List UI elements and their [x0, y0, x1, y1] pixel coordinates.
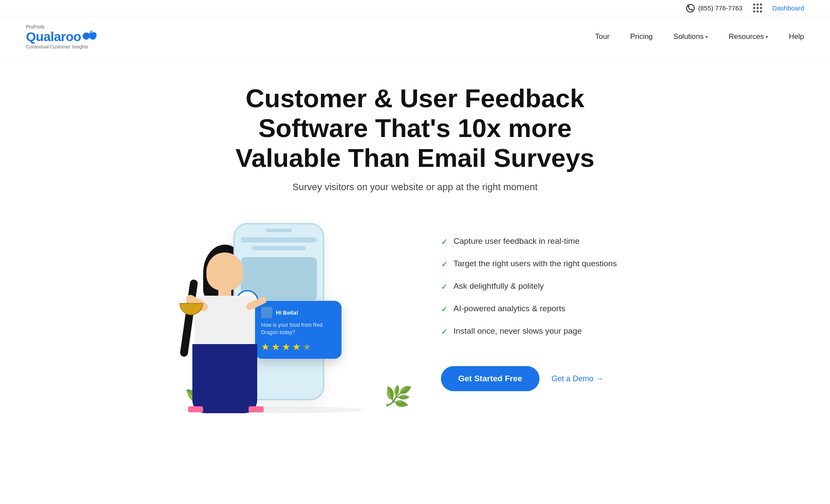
logo-qualaroo: Qualaroo: [26, 29, 97, 44]
feature-text-2: Target the right users with the right qu…: [453, 259, 617, 268]
check-icon-3: ✓: [441, 282, 447, 292]
check-icon-5: ✓: [441, 327, 447, 337]
feature-text-5: Install once, never slows your page: [453, 326, 582, 336]
check-icon-4: ✓: [441, 305, 447, 314]
top-bar: 📞 (855) 776-7763 Dashboard: [0, 0, 830, 16]
header: ProProfs Qualaroo Contextual Customer In…: [0, 16, 830, 57]
feature-text-3: Ask delightfully & politely: [453, 281, 544, 291]
mockup-area: Hi Bella! How is your food from Red Drag…: [138, 214, 415, 413]
get-demo-button[interactable]: Get a Demo →: [552, 374, 603, 383]
feature-text-1: Capture user feedback in real-time: [453, 236, 579, 246]
survey-greeting: Hi Bella!: [276, 309, 298, 316]
phone-number: (855) 776-7763: [698, 4, 743, 12]
star-5: ★: [303, 341, 311, 353]
nav-help[interactable]: Help: [789, 32, 804, 41]
feature-3: ✓ Ask delightfully & politely: [441, 281, 692, 292]
star-4: ★: [292, 341, 301, 353]
logo-name: Qualaroo: [26, 29, 81, 44]
feature-4: ✓ AI-powered analytics & reports: [441, 304, 692, 314]
check-icon-1: ✓: [441, 237, 447, 247]
feature-2: ✓ Target the right users with the right …: [441, 259, 692, 269]
dashboard-link[interactable]: Dashboard: [773, 4, 804, 12]
nav-tour[interactable]: Tour: [595, 32, 610, 41]
main-nav: Tour Pricing Solutions ▾ Resources ▾ Hel…: [595, 32, 804, 41]
leaf-right-icon: 🌿: [382, 382, 412, 411]
feature-text-4: AI-powered analytics & reports: [453, 304, 565, 313]
nav-pricing[interactable]: Pricing: [630, 32, 653, 41]
cta-row: Get Started Free Get a Demo →: [441, 366, 692, 391]
feature-1: ✓ Capture user feedback in real-time: [441, 236, 692, 247]
nav-solutions[interactable]: Solutions ▾: [674, 32, 708, 41]
survey-avatar: [261, 307, 272, 318]
hero-section: Customer & User Feedback Software That's…: [112, 57, 718, 413]
apps-grid-icon[interactable]: [753, 3, 762, 13]
phone-line-1: [241, 237, 317, 242]
star-3: ★: [282, 341, 290, 353]
qualaroo-bird-icon: [82, 31, 97, 43]
hero-content: Hi Bella! How is your food from Red Drag…: [138, 214, 692, 413]
check-icon-2: ✓: [441, 260, 447, 269]
logo-tagline: Contextual Customer Insights: [26, 44, 97, 49]
nav-resources[interactable]: Resources ▾: [729, 32, 768, 41]
solutions-chevron-icon: ▾: [706, 34, 708, 40]
logo-proprofs: ProProfs: [26, 24, 97, 29]
survey-stars: ★ ★ ★ ★ ★: [261, 341, 335, 353]
phone-notch: [266, 229, 292, 232]
feature-5: ✓ Install once, never slows your page: [441, 326, 692, 337]
survey-popup-header: Hi Bella!: [261, 307, 335, 318]
resources-chevron-icon: ▾: [766, 34, 768, 40]
phone-info: 📞 (855) 776-7763: [686, 4, 743, 13]
survey-question: How is your food from Red Dragon today?: [261, 322, 335, 336]
get-started-button[interactable]: Get Started Free: [441, 366, 540, 391]
star-1: ★: [261, 341, 270, 353]
phone-line-2: [252, 246, 305, 250]
features-column: ✓ Capture user feedback in real-time ✓ T…: [432, 236, 692, 391]
phone-icon: 📞: [686, 4, 695, 13]
logo[interactable]: ProProfs Qualaroo Contextual Customer In…: [26, 24, 97, 49]
star-2: ★: [271, 341, 280, 353]
hero-subtitle: Survey visitors on your website or app a…: [138, 182, 692, 193]
hero-title: Customer & User Feedback Software That's…: [220, 83, 610, 173]
survey-popup: Hi Bella! How is your food from Red Drag…: [255, 301, 342, 359]
